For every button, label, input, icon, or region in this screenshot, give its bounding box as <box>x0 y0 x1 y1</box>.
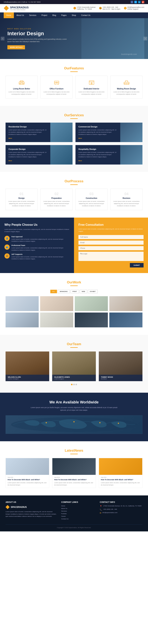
service-commercial-desc: Lorem ipsum dolor sit amet, consectetur … <box>78 129 117 136</box>
svg-rect-12 <box>128 83 129 84</box>
news-title: LatestNews <box>5 449 143 452</box>
work-tab-branding[interactable]: BRANDING <box>58 290 70 293</box>
news-date-3: July 2019 <box>101 477 141 478</box>
footer-link-services[interactable]: Services <box>61 510 67 512</box>
consultation-section: Free Consultation Lorem ipsum dolor sit … <box>74 218 148 273</box>
process-num-4: 04 <box>113 192 140 196</box>
features-grid: Living Room Better Lorem sit Ut libris f… <box>5 76 143 98</box>
work-item-1 <box>5 296 39 311</box>
svg-point-15 <box>74 421 74 422</box>
service-corporate-more[interactable]: More <box>8 160 47 162</box>
process-desc-2: Lorem ipsum dolor sit amet, consectetur … <box>43 200 70 207</box>
process-num-2: 02 <box>43 192 70 196</box>
logo-sub: Your Best Web Solution <box>10 9 29 10</box>
work-tab-print[interactable]: PRINT <box>71 290 79 293</box>
services-section: OurServices Residential Design Lorem ips… <box>0 106 148 172</box>
nav-about[interactable]: About Us <box>14 12 27 18</box>
nav-services[interactable]: Services <box>27 12 39 18</box>
contact-phone: 📞 +001 (800) 128 - 040 Mon to Fri - 8am … <box>99 6 120 10</box>
nav-contact[interactable]: Contact Us <box>79 12 93 18</box>
features-section: OurFeatures Living Room Better Lorem sit… <box>0 59 148 106</box>
why-item-approval: 👤 Fast Approval Lorem ipsum dolor sit am… <box>4 236 70 242</box>
footer-link-portfolio[interactable]: Portfolio <box>61 513 67 514</box>
why-item-team: 👥 Profesional Team Lorem ipsum dolor sit… <box>4 244 70 251</box>
worldwide-title: We Are Available Worldwide <box>5 400 143 404</box>
process-grid: 01 Design Lorem ipsum dolor sit amet, co… <box>5 189 143 210</box>
address-text: 17002 Greenside Avenue California, TX 70… <box>77 6 95 10</box>
team-dot-1[interactable] <box>71 384 73 385</box>
social-linkedin-icon[interactable]: in <box>138 1 141 3</box>
service-residential-title: Residential Design <box>8 126 47 128</box>
consult-submit-button[interactable]: SUBMIT <box>130 263 144 268</box>
process-construction: 03 Construction Lorem ipsum dolor sit am… <box>75 189 107 210</box>
email-address: info@spaceradius.com <box>127 6 144 8</box>
nav-project[interactable]: Project <box>39 12 50 18</box>
service-hospitality-more[interactable]: More <box>78 160 117 162</box>
process-title-4: Revision <box>113 197 140 199</box>
news-item-2: July 2019 How To Decorate With Black- an… <box>52 458 96 488</box>
service-residential-more[interactable]: More <box>8 138 47 139</box>
work-tab-all[interactable]: ALL <box>50 290 57 293</box>
work-item-3 <box>75 296 108 311</box>
work-tab-exhibit[interactable]: EXHIBIT <box>88 290 98 293</box>
footer-link-about[interactable]: About Us <box>61 508 67 509</box>
process-preparation: 02 Preparation Lorem ipsum dolor sit ame… <box>41 189 73 210</box>
approval-title: Fast Approval <box>11 236 70 238</box>
news-desc-1: Lorem ipsum dolor sit amet, consectetur … <box>7 482 47 486</box>
service-corporate-image <box>50 145 73 164</box>
consult-name-input[interactable] <box>78 235 144 239</box>
living-room-icon <box>18 79 25 86</box>
service-hospitality-desc: Lorem ipsum dolor sit amet, consectetur … <box>78 151 117 158</box>
address-line1: 17002 Greenside Avenue <box>77 6 95 8</box>
footer-logo-icon <box>5 505 10 509</box>
social-googleplus-icon[interactable]: g+ <box>142 1 144 3</box>
service-residential-image <box>50 122 73 142</box>
footer-link-home[interactable]: Home <box>61 505 65 507</box>
worldwide-section: We Are Available Worldwide Lorem ipsum v… <box>0 393 148 441</box>
work-item-4 <box>109 296 143 311</box>
phone-hours: Mon to Fri - 8am to 6pm <box>102 8 120 10</box>
footer-link-contact[interactable]: Contact Us <box>61 518 69 520</box>
nav-shop[interactable]: Shop <box>69 12 79 18</box>
consult-email-input[interactable] <box>78 240 144 245</box>
why-title: Why People Choose Us <box>4 223 70 226</box>
consult-phone-input[interactable] <box>78 246 144 250</box>
approval-desc: Lorem ipsum dolor sit amet, consectetur … <box>11 238 70 242</box>
hero-next-arrow[interactable]: › <box>144 37 147 40</box>
service-commercial-more[interactable]: More <box>78 138 117 139</box>
work-item-6 <box>40 312 73 328</box>
footer-about-desc: Lorem ipsum dolor sit amet, consectetur … <box>5 511 57 518</box>
work-tab-web[interactable]: WEB <box>80 290 87 293</box>
consult-message-input[interactable] <box>78 252 144 261</box>
hero-cta-button[interactable]: MORE DETAILS <box>7 45 25 49</box>
team-member-3-overlay: TOMMY WOOD Architect <box>99 375 143 381</box>
footer-phone-icon: 📞 <box>100 508 102 511</box>
process-desc-4: Lorem ipsum dolor sit amet, consectetur … <box>113 200 140 207</box>
features-title: OurFeatures <box>5 66 143 70</box>
social-facebook-icon[interactable]: f <box>131 1 133 3</box>
footer-link-career[interactable]: Career <box>61 516 66 517</box>
process-design: 01 Design Lorem ipsum dolor sit amet, co… <box>5 189 38 210</box>
process-section: OurProcess 01 Design Lorem ipsum dolor s… <box>0 172 148 218</box>
footer-address-icon: 📍 <box>100 505 102 507</box>
work-item-5 <box>5 312 39 328</box>
feature-waiting: Waiting Room Design Lorem sit Ut libris … <box>110 76 143 98</box>
logo[interactable]: SPACERADIUS Your Best Web Solution <box>4 6 29 11</box>
team-member-2: ELIZABETH JONES Lead Designer <box>52 352 96 381</box>
service-commercial-title: Commercial Design <box>78 126 117 128</box>
hero-prev-arrow[interactable]: ‹ <box>1 37 4 40</box>
nav-pages[interactable]: Pages <box>59 12 69 18</box>
work-divider <box>70 286 78 286</box>
team-dot-2[interactable] <box>73 384 75 385</box>
process-title-1: Design <box>8 197 35 199</box>
nav-blog[interactable]: Blog <box>50 12 59 18</box>
process-title: OurProcess <box>5 179 143 183</box>
social-twitter-icon[interactable]: t <box>134 1 137 3</box>
process-title-2: Preparation <box>43 197 70 199</box>
team-dot-3[interactable] <box>75 384 77 385</box>
footer-about-heading: ABOUT US <box>5 501 57 503</box>
service-residential: Residential Design Lorem ipsum dolor sit… <box>5 122 73 142</box>
nav-home[interactable]: Home <box>4 12 14 18</box>
worldwide-desc: Lorem ipsum vero por jus facilis feugiat… <box>28 406 120 412</box>
svg-rect-1 <box>20 83 21 84</box>
